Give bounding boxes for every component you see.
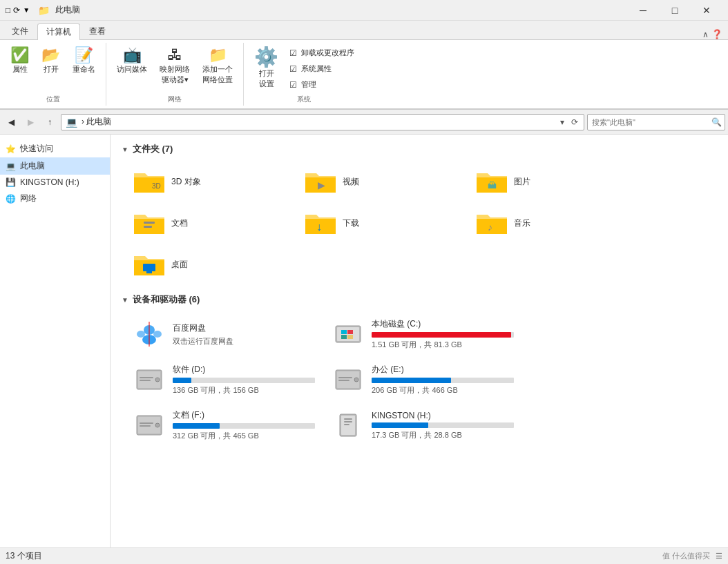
refresh-button[interactable]: ⟳ (570, 116, 579, 128)
drive-c-info: 本地磁盘 (C:) 1.51 GB 可用，共 81.3 GB (372, 318, 514, 350)
ribbon-btn-rename[interactable]: 📝 重命名 (68, 46, 100, 77)
sidebar-item-network[interactable]: 🌐 网络 (0, 190, 110, 207)
pc-icon: 💻 (66, 117, 77, 128)
svg-rect-38 (140, 380, 151, 381)
folder-item-download[interactable]: ↓ 下载 (298, 205, 464, 241)
ribbon-system-checkboxes: ☑ 卸载或更改程序 ☑ 系统属性 ☑ 管理 (286, 46, 358, 92)
drive-item-f[interactable]: 文档 (F:) 312 GB 可用，共 465 GB (127, 405, 320, 445)
search-button[interactable]: 🔍 (708, 115, 725, 130)
ribbon-collapse[interactable]: ∧ (702, 30, 709, 39)
ribbon-btn-settings[interactable]: ⚙️ 打开设置 (249, 46, 283, 91)
svg-rect-53 (344, 424, 349, 425)
svg-rect-30 (341, 330, 347, 334)
title-bar: □ ⟳ ▼ 📁 此电脑 ─ □ ✕ (0, 0, 728, 21)
drive-item-c[interactable]: 本地磁盘 (C:) 1.51 GB 可用，共 81.3 GB (326, 314, 519, 354)
up-button[interactable]: ↑ (41, 114, 58, 130)
baidu-logo (134, 320, 164, 348)
svg-rect-42 (338, 377, 352, 378)
sidebar: ⭐ 快速访问 💻 此电脑 💾 KINGSTON (H:) 🌐 网络 (0, 135, 111, 547)
pc-sidebar-icon: 💻 (6, 162, 16, 171)
folder-item-video[interactable]: ▶ 视频 (298, 164, 464, 200)
manage-icon: ☑ (289, 80, 297, 90)
sysprop-icon: ☑ (289, 64, 297, 74)
drive-item-baidu[interactable]: 百度网盘 双击运行百度网盘 (127, 314, 320, 354)
ribbon-btn-sysprop[interactable]: ☑ 系统属性 (286, 61, 358, 76)
search-input[interactable] (588, 118, 708, 126)
quick-access-dropdown[interactable]: ▼ (23, 6, 30, 14)
sidebar-item-kingston[interactable]: 💾 KINGSTON (H:) (0, 175, 110, 190)
hdd-f-icon (133, 411, 166, 439)
group-label-location: 位置 (6, 95, 100, 106)
status-right: 值 什么值得买 ☰ (662, 551, 722, 561)
quick-access-2[interactable]: ⟳ (13, 6, 20, 15)
folder-icon: 📁 (38, 5, 50, 16)
address-dropdown[interactable]: ▾ (559, 116, 566, 128)
folder-item-music[interactable]: ♪ 音乐 (470, 205, 635, 241)
ribbon-btn-mapnet[interactable]: 🖧 映射网络驱动器▾ (155, 46, 195, 87)
back-button[interactable]: ◀ (3, 114, 19, 130)
folder-item-document[interactable]: 文档 (127, 205, 293, 241)
quick-access-1[interactable]: □ (6, 6, 10, 15)
drive-c-bar (372, 332, 511, 338)
usb-sidebar-icon: 💾 (6, 177, 16, 187)
folders-chevron[interactable]: ▼ (122, 146, 128, 153)
drive-f-name: 文档 (F:) (173, 409, 315, 421)
ribbon-content: ✅ 属性 📂 打开 📝 重命名 位置 📺 访问媒体 (0, 40, 728, 109)
folder-3d-icon: 3D (133, 168, 166, 195)
baidu-icon (133, 320, 166, 348)
network-sidebar-icon: 🌐 (6, 194, 16, 204)
sidebar-item-thispc[interactable]: 💻 此电脑 (0, 157, 110, 175)
svg-rect-52 (344, 421, 352, 422)
svg-text:3D: 3D (152, 182, 161, 190)
help-button[interactable]: ❓ (711, 29, 722, 39)
mapnet-label: 映射网络驱动器▾ (160, 64, 190, 85)
settings-icon: ⚙️ (254, 48, 278, 67)
ribbon-btn-uninstall[interactable]: ☑ 卸载或更改程序 (286, 46, 358, 60)
hdd-e-icon (332, 366, 365, 393)
ribbon-btn-addnet[interactable]: 📁 添加一个网络位置 (198, 46, 238, 87)
group-label-network: 网络 (112, 95, 238, 106)
drive-h-bar-container (372, 422, 514, 428)
drive-item-h[interactable]: KINGSTON (H:) 17.3 GB 可用，共 28.8 GB (326, 405, 519, 445)
ribbon-btn-media[interactable]: 📺 访问媒体 (112, 46, 152, 77)
ribbon-group-location-items: ✅ 属性 📂 打开 📝 重命名 (6, 43, 100, 95)
folder-item-desktop[interactable]: 桌面 (127, 246, 293, 282)
star-icon: ⭐ (6, 144, 16, 154)
svg-rect-37 (140, 377, 153, 378)
drive-c-space: 1.51 GB 可用，共 81.3 GB (372, 340, 514, 350)
drive-c-name: 本地磁盘 (C:) (372, 318, 514, 330)
item-count: 13 个项目 (6, 550, 42, 562)
mapnet-icon: 🖧 (167, 48, 182, 63)
drive-item-d[interactable]: 软件 (D:) 136 GB 可用，共 156 GB (127, 360, 320, 400)
tab-view[interactable]: 查看 (80, 23, 115, 39)
drive-e-name: 办公 (E:) (372, 364, 514, 376)
svg-rect-11 (144, 222, 155, 224)
svg-point-25 (153, 331, 162, 338)
baidu-name: 百度网盘 (173, 322, 315, 334)
ribbon: 文件 计算机 查看 ∧ ❓ ✅ 属性 📂 打开 📝 重命名 (0, 21, 728, 110)
drive-e-info: 办公 (E:) 206 GB 可用，共 466 GB (372, 364, 514, 396)
address-input[interactable]: 💻 › 此电脑 ▾ ⟳ (61, 114, 584, 130)
folder-document-label: 文档 (171, 217, 188, 229)
minimize-button[interactable]: ─ (627, 0, 659, 21)
tab-file[interactable]: 文件 (3, 23, 37, 39)
folder-item-picture[interactable]: 🏔 图片 (470, 164, 635, 200)
ribbon-btn-open[interactable]: 📂 打开 (37, 46, 65, 77)
rename-icon: 📝 (75, 48, 93, 63)
svg-rect-21 (143, 264, 155, 271)
drives-chevron[interactable]: ▼ (122, 296, 128, 304)
tab-computer[interactable]: 计算机 (37, 23, 80, 40)
close-button[interactable]: ✕ (691, 0, 722, 21)
svg-point-46 (155, 423, 160, 427)
ribbon-btn-properties[interactable]: ✅ 属性 (6, 46, 34, 77)
forward-button[interactable]: ▶ (22, 114, 39, 130)
view-toggle-icons[interactable]: ☰ (716, 552, 722, 561)
search-box[interactable]: 🔍 (587, 114, 725, 130)
drive-d-info: 软件 (D:) 136 GB 可用，共 156 GB (173, 364, 315, 396)
ribbon-btn-manage[interactable]: ☑ 管理 (286, 77, 358, 92)
maximize-button[interactable]: □ (659, 0, 691, 21)
folder-item-3d[interactable]: 3D 3D 对象 (127, 164, 293, 200)
open-icon: 📂 (41, 48, 60, 63)
sidebar-item-quickaccess[interactable]: ⭐ 快速访问 (0, 140, 110, 157)
drive-item-e[interactable]: 办公 (E:) 206 GB 可用，共 466 GB (326, 360, 519, 400)
